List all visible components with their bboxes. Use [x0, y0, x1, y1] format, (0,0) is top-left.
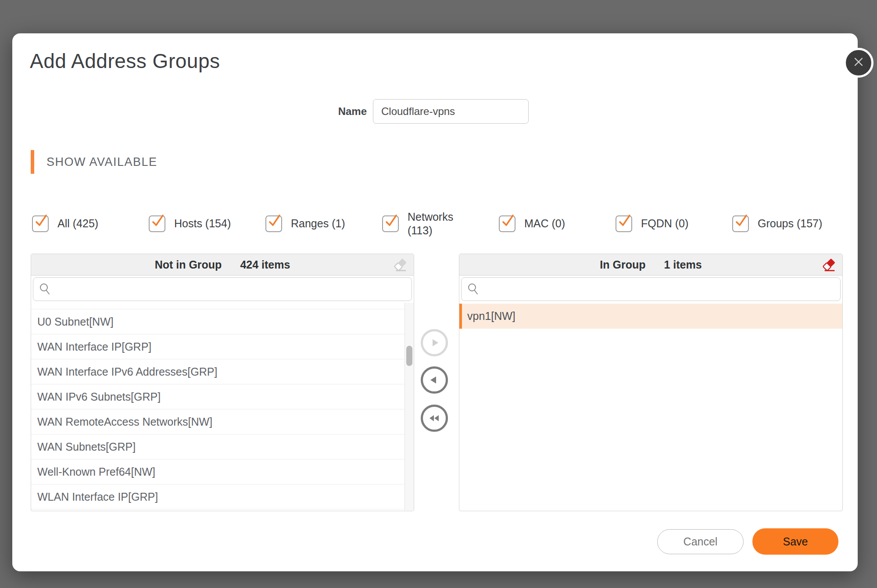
section-heading: SHOW AVAILABLE: [47, 155, 158, 169]
panel-title: In Group: [600, 258, 645, 271]
close-icon: [853, 56, 864, 69]
list-item[interactable]: WAN RemoteAccess Networks[NW]: [31, 409, 405, 434]
double-arrow-left-icon: [427, 411, 441, 425]
eraser-icon: [822, 258, 837, 272]
filter-label: Hosts (154): [174, 217, 231, 230]
list-item[interactable]: WLAN Interface IP[GRP]: [31, 484, 405, 509]
selected-accent-bar: [459, 304, 462, 329]
checkbox-groups[interactable]: [732, 215, 749, 232]
scrollbar-thumb[interactable]: [406, 346, 412, 366]
partial-row: [31, 303, 405, 309]
list-item[interactable]: Well-Known Pref64[NW]: [31, 459, 405, 484]
filter-networks: Networks (113): [382, 207, 499, 240]
search-input[interactable]: [55, 278, 407, 301]
filter-label: MAC (0): [524, 217, 565, 230]
checkbox-fqdn[interactable]: [616, 215, 632, 232]
type-filter-row: All (425) Hosts (154) Ranges (1) Network…: [32, 207, 857, 240]
check-icon: [267, 213, 282, 229]
list-item-label: vpn1[NW]: [467, 310, 515, 323]
not-in-group-searchbox: [33, 277, 412, 301]
not-in-group-header: Not in Group 424 items: [31, 254, 414, 276]
checkbox-networks[interactable]: [382, 215, 399, 232]
eraser-icon: [394, 258, 408, 272]
filter-label: All (425): [57, 217, 98, 230]
name-label: Name: [323, 105, 367, 118]
in-group-panel: In Group 1 items: [459, 254, 843, 511]
checkbox-ranges[interactable]: [265, 215, 282, 232]
in-group-list: vpn1[NW]: [459, 303, 842, 510]
name-input[interactable]: [373, 99, 529, 124]
panel-item-count: 424 items: [240, 258, 290, 271]
search-icon: [467, 283, 480, 298]
list-item[interactable]: WAN Subnets[GRP]: [31, 434, 405, 459]
check-icon: [500, 213, 515, 229]
search-icon: [39, 283, 52, 298]
checkbox-hosts[interactable]: [149, 215, 165, 232]
clear-group-button[interactable]: [822, 258, 837, 272]
check-icon: [383, 213, 398, 229]
list-item[interactable]: WAN Interface IP[GRP]: [31, 334, 405, 359]
filter-ranges: Ranges (1): [265, 207, 382, 240]
check-icon: [617, 213, 632, 229]
filter-mac: MAC (0): [499, 207, 616, 240]
filter-label: FQDN (0): [641, 217, 688, 230]
filter-groups: Groups (157): [732, 207, 849, 240]
close-button[interactable]: [844, 48, 873, 78]
filter-hosts: Hosts (154): [149, 207, 265, 240]
list-item-selected[interactable]: vpn1[NW]: [459, 304, 842, 329]
panel-title: Not in Group: [155, 258, 222, 271]
show-available-section: SHOW AVAILABLE: [31, 150, 158, 174]
dialog-title: Add Address Groups: [30, 49, 220, 73]
not-in-group-list: U0 Subnet[NW] WAN Interface IP[GRP] WAN …: [31, 303, 414, 510]
move-all-left-button[interactable]: [421, 405, 448, 432]
section-accent-bar: [31, 150, 34, 174]
search-input[interactable]: [483, 278, 836, 301]
check-icon: [734, 213, 748, 229]
clear-selection-button[interactable]: [394, 258, 408, 272]
filter-label: Groups (157): [758, 217, 822, 230]
panel-item-count: 1 items: [664, 258, 702, 271]
filter-label: Ranges (1): [291, 217, 345, 230]
filter-label: Networks (113): [408, 210, 460, 238]
add-address-groups-dialog: Add Address Groups Name SHOW AVAILABLE A…: [12, 33, 858, 571]
checkbox-mac[interactable]: [499, 215, 515, 232]
scrollbar-track[interactable]: [404, 303, 414, 510]
move-left-button[interactable]: [421, 366, 448, 394]
checkbox-all[interactable]: [32, 215, 49, 232]
move-right-button[interactable]: [421, 329, 448, 356]
save-button[interactable]: Save: [752, 528, 838, 555]
arrow-right-icon: [427, 336, 441, 350]
filter-all: All (425): [32, 207, 149, 240]
list-item[interactable]: WAN IPv6 Subnets[GRP]: [31, 384, 405, 409]
check-icon: [150, 213, 165, 229]
in-group-header: In Group 1 items: [459, 254, 842, 276]
not-in-group-panel: Not in Group 424 items: [31, 254, 414, 511]
list-item[interactable]: U0 Subnet[NW]: [31, 309, 405, 334]
filter-fqdn: FQDN (0): [616, 207, 732, 240]
arrow-left-icon: [427, 373, 441, 387]
in-group-searchbox: [461, 277, 841, 301]
list-item[interactable]: WAN Interface IPv6 Addresses[GRP]: [31, 359, 405, 384]
cancel-button[interactable]: Cancel: [657, 529, 744, 554]
check-icon: [33, 213, 48, 229]
